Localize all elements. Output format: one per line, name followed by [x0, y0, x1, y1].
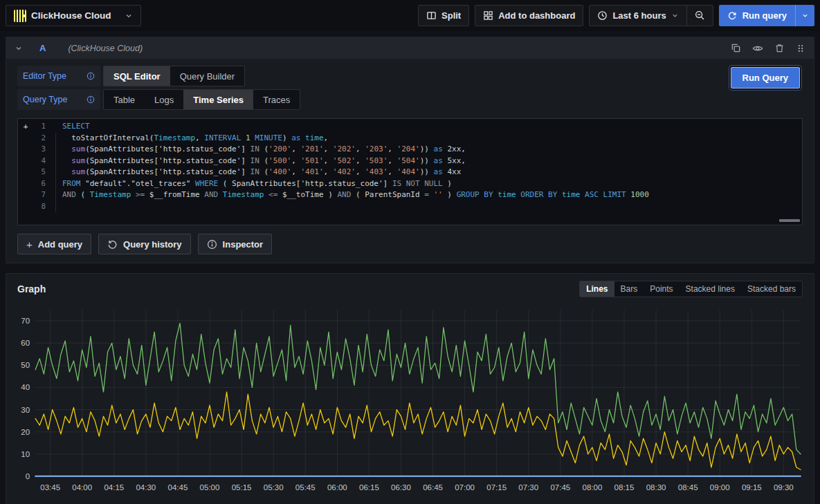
y-axis-tick-label: 10 — [21, 450, 30, 458]
x-axis-tick-label: 07:45 — [550, 483, 570, 492]
drag-handle-grip-icon[interactable] — [796, 44, 805, 53]
collapse-chevron-icon[interactable] — [15, 44, 23, 53]
x-axis-tick-label: 07:00 — [455, 483, 475, 492]
zoom-out-icon — [695, 10, 705, 21]
code-line: 6FROM "default"."otel_traces" WHERE ( Sp… — [18, 178, 802, 190]
query-history-button[interactable]: Query history — [98, 234, 191, 254]
sync-icon — [727, 11, 737, 21]
add-line-icon[interactable]: + — [18, 121, 33, 133]
query-type-switch: Table Logs Time Series Traces — [103, 89, 300, 110]
graph-style-bars[interactable]: Bars — [614, 281, 644, 297]
hide-response-eye-icon[interactable] — [752, 43, 763, 54]
query-type-option-logs[interactable]: Logs — [145, 90, 183, 109]
line-number: 4 — [33, 156, 55, 167]
time-range-picker[interactable]: Last 6 hours — [590, 6, 686, 26]
sql-code-editor[interactable]: +1SELECT2 toStartOfInterval(Timestamp, I… — [17, 118, 803, 225]
code-line-text: FROM "default"."otel_traces" WHERE ( Spa… — [55, 178, 452, 190]
query-type-option-table[interactable]: Table — [104, 90, 145, 109]
editor-horizontal-scrollbar[interactable] — [779, 219, 800, 222]
graph-style-stacked-lines[interactable]: Stacked lines — [680, 281, 741, 297]
line-number: 7 — [33, 189, 55, 201]
time-series-chart[interactable]: 01020304050607003:4504:0004:1504:3004:45… — [6, 301, 814, 498]
code-gutter: 3 — [18, 144, 55, 156]
query-type-option-time-series[interactable]: Time Series — [183, 90, 253, 109]
code-line-text — [55, 201, 67, 213]
code-gutter: +1 — [18, 121, 55, 133]
code-line: 3 sum(SpanAttributes['http.status_code']… — [18, 144, 802, 156]
query-row-header[interactable]: A (ClickHouse Cloud) — [6, 37, 814, 59]
datasource-picker[interactable]: ClickHouse Cloud — [6, 5, 141, 26]
code-line-text: toStartOfInterval(Timestamp, INTERVAL 1 … — [55, 133, 328, 144]
remove-query-trash-icon[interactable] — [774, 43, 785, 53]
editor-type-label: Editor Type — [17, 66, 100, 86]
graph-panel: Graph Lines Bars Points Stacked lines St… — [6, 273, 814, 504]
code-gutter: 6 — [18, 178, 55, 190]
graph-style-switch: Lines Bars Points Stacked lines Stacked … — [579, 281, 803, 297]
code-line: 5 sum(SpanAttributes['http.status_code']… — [18, 167, 802, 178]
query-editor-panel: A (ClickHouse Cloud) Editor Type SQL Edi… — [6, 37, 814, 263]
run-query-panel-button[interactable]: Run Query — [731, 67, 800, 88]
info-icon[interactable] — [86, 95, 95, 104]
x-axis-tick-label: 04:15 — [104, 483, 124, 492]
x-axis-tick-label: 05:45 — [295, 483, 316, 492]
time-range-label: Last 6 hours — [612, 10, 666, 21]
chevron-down-icon — [801, 12, 809, 19]
query-fields: Editor Type SQL Editor Query Builder Que… — [17, 66, 300, 113]
inspector-button[interactable]: Inspector — [198, 234, 273, 254]
chevron-down-icon — [125, 12, 133, 20]
zoom-out-button[interactable] — [686, 6, 713, 26]
editor-type-option-sql-editor[interactable]: SQL Editor — [104, 66, 170, 86]
line-number: 8 — [33, 201, 55, 213]
graph-style-points[interactable]: Points — [644, 281, 679, 297]
split-button-label: Split — [441, 10, 461, 21]
x-axis-tick-label: 08:00 — [583, 483, 603, 492]
code-gutter: 4 — [18, 156, 55, 167]
graph-style-stacked-bars[interactable]: Stacked bars — [741, 281, 802, 297]
graph-style-lines[interactable]: Lines — [580, 281, 614, 297]
info-circle-icon — [207, 239, 217, 250]
graph-header: Graph Lines Bars Points Stacked lines St… — [6, 281, 814, 301]
editor-type-option-query-builder[interactable]: Query Builder — [170, 66, 244, 86]
run-query-dropdown-toggle[interactable] — [795, 5, 814, 26]
code-line-text: sum(SpanAttributes['http.status_code'] I… — [55, 156, 466, 167]
chart-plot-area[interactable]: 01020304050607003:4504:0004:1504:3004:45… — [10, 304, 805, 498]
plus-icon: + — [26, 239, 33, 250]
line-number: 6 — [33, 178, 55, 190]
query-editor-body: Editor Type SQL Editor Query Builder Que… — [6, 59, 814, 263]
add-query-button[interactable]: + Add query — [17, 234, 91, 254]
x-axis-tick-label: 05:30 — [264, 483, 284, 492]
x-axis-tick-label: 08:15 — [614, 483, 635, 492]
query-type-label-text: Query Type — [23, 95, 67, 104]
line-number: 1 — [33, 121, 55, 133]
duplicate-query-icon[interactable] — [731, 43, 741, 53]
query-footer-buttons: + Add query Query history Inspector — [17, 234, 803, 254]
split-icon — [426, 10, 437, 21]
x-axis-tick-label: 09:00 — [710, 483, 730, 492]
top-bar-actions: Split Add to dashboard Last 6 hours Run … — [418, 5, 814, 26]
run-query-button[interactable]: Run query — [719, 5, 795, 26]
y-axis-tick-label: 60 — [21, 339, 30, 347]
x-axis-tick-label: 07:30 — [518, 483, 538, 492]
datasource-picker-label: ClickHouse Cloud — [31, 10, 120, 21]
x-axis-tick-label: 04:45 — [168, 483, 188, 492]
x-axis-tick-label: 07:15 — [486, 483, 507, 492]
info-icon[interactable] — [86, 72, 95, 80]
x-axis-tick-label: 06:30 — [391, 483, 411, 492]
split-button[interactable]: Split — [418, 5, 469, 26]
x-axis-tick-label: 08:45 — [678, 483, 698, 492]
run-query-button-label: Run query — [742, 10, 787, 21]
add-to-dashboard-button[interactable]: Add to dashboard — [475, 5, 583, 26]
x-axis-tick-label: 04:00 — [72, 483, 92, 492]
x-axis-tick-label: 09:30 — [774, 483, 794, 492]
run-query-split-button: Run query — [719, 5, 814, 26]
code-line-text: sum(SpanAttributes['http.status_code'] I… — [55, 167, 461, 178]
x-axis-tick-label: 04:30 — [136, 483, 156, 492]
add-query-label: Add query — [38, 239, 82, 250]
query-type-option-traces[interactable]: Traces — [253, 90, 300, 109]
apps-grid-icon — [483, 10, 493, 21]
query-type-row: Query Type Table Logs Time Series Traces — [17, 89, 300, 110]
query-datasource-note: (ClickHouse Cloud) — [68, 44, 143, 53]
editor-type-switch: SQL Editor Query Builder — [103, 66, 245, 86]
inspector-label: Inspector — [223, 239, 264, 250]
code-line: 2 toStartOfInterval(Timestamp, INTERVAL … — [18, 133, 802, 144]
